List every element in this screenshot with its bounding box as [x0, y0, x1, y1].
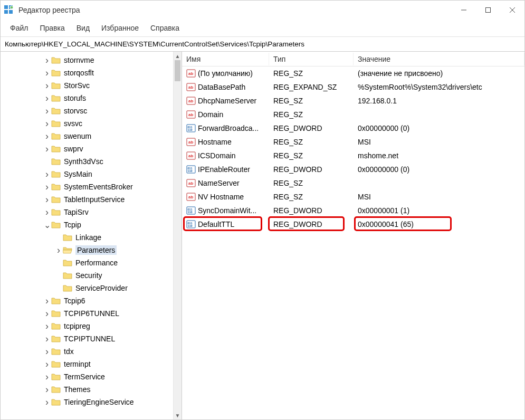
- menu-file[interactable]: Файл: [5, 22, 33, 34]
- value-row[interactable]: NV HostnameREG_SZMSI: [182, 190, 524, 204]
- tree-node[interactable]: ›TCPIP6TUNNEL: [1, 307, 173, 320]
- chevron-right-icon[interactable]: ›: [43, 207, 51, 218]
- tree-node[interactable]: Synth3dVsc: [1, 155, 173, 168]
- chevron-right-icon[interactable]: ›: [43, 321, 51, 332]
- value-row[interactable]: NameServerREG_SZ: [182, 176, 524, 190]
- tree-node[interactable]: ›tcpipreg: [1, 320, 173, 332]
- svg-point-4: [10, 6, 13, 9]
- scroll-up-icon[interactable]: ▲: [174, 52, 182, 60]
- tree-node[interactable]: ›TCPIPTUNNEL: [1, 332, 173, 345]
- header-name[interactable]: Имя: [182, 53, 269, 65]
- value-row[interactable]: DataBasePathREG_EXPAND_SZ%SystemRoot%\Sy…: [182, 80, 524, 94]
- tree-node[interactable]: ServiceProvider: [1, 282, 173, 294]
- chevron-right-icon[interactable]: ›: [43, 359, 51, 370]
- chevron-right-icon[interactable]: ›: [43, 384, 51, 395]
- key-tree[interactable]: ›stornvme›storqosflt›StorSvc›storufs›sto…: [1, 52, 173, 411]
- tree-node[interactable]: ›TabletInputService: [1, 193, 173, 206]
- header-value[interactable]: Значение: [354, 53, 524, 65]
- tree-node[interactable]: ›Themes: [1, 383, 173, 396]
- header-type[interactable]: Тип: [269, 53, 354, 65]
- chevron-right-icon[interactable]: ›: [43, 194, 51, 205]
- chevron-right-icon[interactable]: ›: [43, 397, 51, 408]
- chevron-right-icon[interactable]: ›: [54, 245, 63, 256]
- tree-node[interactable]: ⌄Tcpip: [1, 218, 173, 231]
- value-row[interactable]: ICSDomainREG_SZmshome.net: [182, 149, 524, 163]
- value-name: DataBasePath: [198, 83, 245, 91]
- chevron-right-icon[interactable]: ›: [43, 333, 51, 345]
- tree-node[interactable]: Linkage: [1, 231, 173, 244]
- tree-scrollbar[interactable]: ▲ ▼: [173, 52, 182, 419]
- close-button[interactable]: [500, 1, 524, 20]
- value-name-cell: NV Hostname: [182, 191, 269, 203]
- scroll-thumb[interactable]: [175, 60, 180, 81]
- chevron-right-icon[interactable]: ›: [43, 106, 51, 117]
- value-row[interactable]: (По умолчанию)REG_SZ(значение не присвое…: [182, 66, 524, 80]
- tree-node[interactable]: ›Tcpip6: [1, 294, 173, 307]
- chevron-right-icon[interactable]: ›: [43, 55, 51, 66]
- value-row[interactable]: DefaultTTLREG_DWORD0x00000041 (65): [182, 217, 524, 231]
- minimize-button[interactable]: [452, 1, 476, 20]
- chevron-right-icon[interactable]: ›: [43, 68, 51, 79]
- chevron-right-icon[interactable]: ›: [43, 346, 51, 357]
- chevron-right-icon[interactable]: ›: [43, 169, 51, 180]
- value-list: (По умолчанию)REG_SZ(значение не присвое…: [182, 66, 524, 231]
- value-type: REG_SZ: [269, 96, 354, 106]
- tree-node[interactable]: ›storvsc: [1, 104, 173, 117]
- chevron-right-icon[interactable]: ›: [43, 182, 51, 193]
- tree-node[interactable]: ›StorSvc: [1, 79, 173, 92]
- chevron-right-icon[interactable]: ›: [43, 131, 51, 142]
- chevron-right-icon[interactable]: ›: [43, 80, 51, 91]
- address-bar[interactable]: Компьютер\HKEY_LOCAL_MACHINE\SYSTEM\Curr…: [1, 37, 524, 52]
- value-name: DefaultTTL: [198, 220, 234, 228]
- chevron-down-icon[interactable]: ⌄: [43, 220, 51, 230]
- folder-icon: [51, 196, 61, 203]
- tree-node[interactable]: ›stornvme: [1, 54, 173, 66]
- menu-favorites[interactable]: Избранное: [96, 22, 144, 34]
- value-name: ForwardBroadca...: [198, 124, 259, 132]
- value-name-cell: (По умолчанию): [182, 68, 269, 79]
- value-row[interactable]: HostnameREG_SZMSI: [182, 135, 524, 149]
- tree-node-label: tcpipreg: [64, 322, 90, 330]
- value-name: ICSDomain: [198, 151, 236, 160]
- tree-node[interactable]: ›svsvc: [1, 117, 173, 130]
- scroll-down-icon[interactable]: ▼: [174, 411, 182, 419]
- value-data: 192.168.0.1: [354, 96, 524, 106]
- chevron-right-icon[interactable]: ›: [43, 144, 51, 155]
- value-row[interactable]: IPEnableRouterREG_DWORD0x00000000 (0): [182, 163, 524, 176]
- tree-node[interactable]: ›SystemEventsBroker: [1, 180, 173, 193]
- chevron-right-icon[interactable]: ›: [43, 371, 51, 383]
- tree-node[interactable]: ›tdx: [1, 345, 173, 358]
- chevron-right-icon[interactable]: ›: [43, 295, 51, 307]
- value-row[interactable]: DomainREG_SZ: [182, 108, 524, 121]
- tree-node[interactable]: ›storufs: [1, 92, 173, 104]
- reg-sz-icon: [186, 137, 196, 147]
- tree-node[interactable]: ›Parameters: [1, 244, 173, 256]
- tree-node[interactable]: ›swenum: [1, 130, 173, 142]
- tree-node-label: swprv: [64, 145, 83, 153]
- value-row[interactable]: SyncDomainWit...REG_DWORD0x00000001 (1): [182, 204, 524, 217]
- value-row[interactable]: DhcpNameServerREG_SZ192.168.0.1: [182, 94, 524, 108]
- value-name: IPEnableRouter: [198, 165, 250, 174]
- tree-node[interactable]: Security: [1, 269, 173, 282]
- tree-node[interactable]: ›TermService: [1, 370, 173, 383]
- chevron-right-icon[interactable]: ›: [43, 308, 51, 319]
- chevron-right-icon[interactable]: ›: [43, 93, 51, 104]
- value-row[interactable]: ForwardBroadca...REG_DWORD0x00000000 (0): [182, 121, 524, 135]
- menu-view[interactable]: Вид: [71, 22, 95, 34]
- tree-node[interactable]: ›TieringEngineService: [1, 396, 173, 408]
- maximize-button[interactable]: [476, 1, 500, 20]
- chevron-right-icon[interactable]: ›: [43, 118, 51, 129]
- menu-help[interactable]: Справка: [145, 22, 185, 34]
- tree-node[interactable]: ›storqosflt: [1, 66, 173, 79]
- tree-node[interactable]: Performance: [1, 256, 173, 269]
- tree-node[interactable]: ›SysMain: [1, 168, 173, 180]
- menu-edit[interactable]: Правка: [34, 22, 70, 34]
- tree-node[interactable]: ›TapiSrv: [1, 206, 173, 218]
- value-data: 0x00000041 (65): [354, 219, 524, 230]
- tree-node[interactable]: ›terminpt: [1, 358, 173, 370]
- tree-node-label: swenum: [64, 132, 91, 140]
- tree-node-label: Tcpip: [64, 221, 81, 229]
- folder-icon: [51, 94, 61, 102]
- tree-node[interactable]: ›swprv: [1, 142, 173, 155]
- folder-icon: [51, 398, 61, 406]
